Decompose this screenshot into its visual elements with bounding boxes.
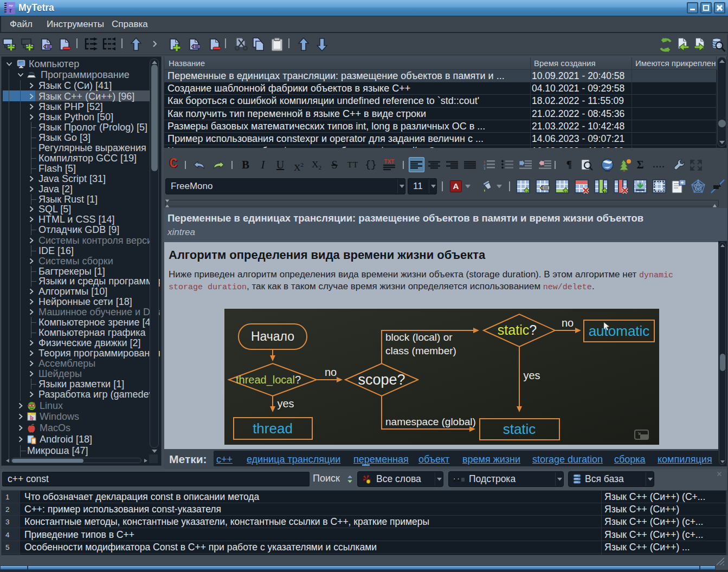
svg-text:block (local) or: block (local) or	[385, 332, 453, 343]
svg-text:yes: yes	[523, 369, 540, 381]
svg-text:namespace (global): namespace (global)	[385, 416, 476, 427]
svg-text:3: 3	[484, 167, 486, 170]
svg-text:no: no	[325, 366, 337, 378]
svg-text:no: no	[562, 317, 574, 329]
svg-text:thread: thread	[253, 420, 293, 437]
svg-text:TXT: TXT	[384, 159, 395, 165]
svg-text:Начало: Начало	[251, 329, 294, 343]
svg-text:yes: yes	[277, 398, 294, 410]
svg-text:scope?: scope?	[358, 372, 405, 388]
svg-text:class (member): class (member)	[385, 345, 456, 356]
svg-text:thread_local?: thread_local?	[236, 374, 301, 386]
svg-text:static?: static?	[498, 322, 537, 337]
svg-text:static: static	[503, 421, 536, 437]
svg-text:automatic: automatic	[589, 323, 650, 339]
